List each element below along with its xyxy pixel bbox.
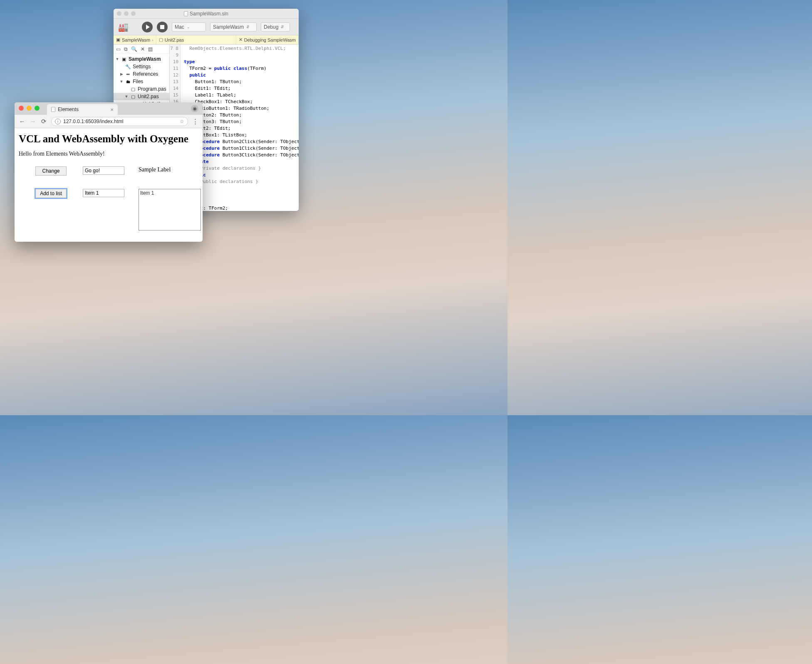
tree-unit2[interactable]: ▼▢Unit2.pas [114, 93, 169, 100]
listbox[interactable]: Item 1 [139, 189, 201, 230]
tree-root[interactable]: ▼▣SampleWasm [114, 55, 169, 63]
sidebar-toolbar: ▭ ⧉ 🔍 ✕ ▤ [114, 45, 169, 54]
window-controls [117, 11, 136, 16]
project-icon: ▣ [121, 57, 127, 62]
profile-icon[interactable]: ◉ [191, 105, 198, 112]
project-select-value: SampleWasm [213, 24, 244, 30]
breadcrumb-bar: ▣ SampleWasm › ▢ Unit2.pas ✕ Debugging S… [114, 35, 299, 45]
wrench-icon: 🔧 [125, 64, 131, 69]
add-to-list-button[interactable]: Add to list [35, 189, 67, 198]
stop-icon [160, 25, 164, 29]
tab-close-icon[interactable]: × [110, 107, 114, 113]
reload-button[interactable]: ⟳ [40, 118, 47, 125]
project-icon: ▣ [116, 37, 120, 42]
platform-select[interactable]: Mac ⌄ [172, 22, 206, 32]
change-button[interactable]: Change [35, 166, 67, 176]
browser-window: Elements × ◉ ← → ⟳ i 127.0.0.1:65039/ind… [15, 102, 203, 242]
menu-icon[interactable]: ⋮ [192, 118, 198, 125]
breadcrumb-file-label: Unit2.pas [165, 37, 184, 42]
tree-program[interactable]: ▢Program.pas [114, 85, 169, 93]
platform-select-value: Mac [175, 24, 184, 30]
forward-button: → [30, 118, 36, 125]
browser-toolbar: ← → ⟳ i 127.0.0.1:65039/index.html ☆ ⋮ [15, 115, 203, 128]
close-icon[interactable] [19, 106, 24, 111]
tree-program-label: Program.pas [138, 86, 166, 92]
file-icon: ▢ [130, 94, 136, 99]
edit2-input[interactable] [83, 189, 124, 197]
list-item[interactable]: Item 1 [140, 190, 199, 196]
file-icon [184, 11, 188, 16]
ide-titlebar: SampleWasm.sln [114, 9, 299, 19]
breadcrumb-project[interactable]: ▣ SampleWasm › [114, 35, 156, 44]
sample-label: Sample Label [139, 166, 201, 173]
chevron-down-icon: ⌄ [187, 25, 190, 29]
minimize-icon[interactable] [124, 11, 129, 16]
tree-references[interactable]: ▶▪▪References [114, 70, 169, 78]
tree-references-label: References [133, 71, 158, 77]
breadcrumb-file[interactable]: ▢ Unit2.pas [156, 35, 236, 44]
bookmark-icon[interactable]: ☆ [180, 119, 184, 124]
build-button[interactable]: 🏭 [118, 22, 129, 32]
tree-settings-label: Settings [133, 64, 151, 69]
tree-files[interactable]: ▼🖿Files [114, 78, 169, 85]
ide-toolbar: 🏭 Mac ⌄ SampleWasm ⇵ Debug ⇵ [114, 19, 299, 35]
debug-status: ✕ Debugging SampleWasm [236, 35, 299, 44]
search-icon[interactable]: 🔍 [131, 46, 137, 52]
debug-icon: ✕ [239, 37, 243, 42]
address-bar[interactable]: i 127.0.0.1:65039/index.html ☆ [51, 117, 188, 126]
info-icon[interactable]: i [55, 119, 61, 124]
config-select-value: Debug [264, 24, 278, 30]
tree-unit2-label: Unit2.pas [138, 94, 159, 99]
chevron-updown-icon: ⇵ [281, 25, 284, 29]
run-button[interactable] [142, 22, 153, 32]
tab-title: Elements [58, 107, 79, 112]
close-icon[interactable] [117, 11, 121, 16]
tree-root-label: SampleWasm [129, 56, 161, 62]
page-heading: VCL and WebAssembly with Oxygene [19, 133, 198, 145]
chevron-updown-icon: ⇵ [246, 25, 250, 29]
tree-settings[interactable]: 🔧Settings [114, 63, 169, 70]
edit1-input[interactable] [83, 166, 124, 175]
play-icon [146, 25, 150, 30]
maximize-icon[interactable] [131, 11, 136, 16]
browser-tab[interactable]: Elements × [47, 104, 118, 115]
panel-icon[interactable]: ▭ [116, 46, 121, 52]
form-grid: Change Sample Label Add to list Item 1 S… [19, 166, 198, 242]
window-title-text: SampleWasm.sln [190, 11, 228, 17]
browser-tabbar: Elements × ◉ [15, 102, 203, 115]
back-button[interactable]: ← [19, 118, 25, 125]
book-icon[interactable]: ▤ [148, 46, 153, 52]
folder-icon: 🖿 [125, 79, 131, 84]
breadcrumb-project-label: SampleWasm [122, 37, 150, 42]
config-select[interactable]: Debug ⇵ [261, 22, 290, 32]
file-icon: ▢ [159, 37, 163, 42]
window-controls [19, 106, 40, 111]
page-content: VCL and WebAssembly with Oxygene Hello f… [15, 128, 203, 242]
page-subheading: Hello from Elements WebAssembly! [19, 151, 198, 157]
stop-button[interactable] [157, 22, 168, 32]
maximize-icon[interactable] [35, 106, 40, 111]
url-text: 127.0.0.1:65039/index.html [63, 119, 124, 124]
debug-status-label: Debugging SampleWasm [244, 37, 296, 42]
diff-icon[interactable]: ✕ [141, 46, 145, 52]
references-icon: ▪▪ [125, 72, 131, 77]
minimize-icon[interactable] [27, 106, 32, 111]
tree-icon[interactable]: ⧉ [124, 46, 128, 52]
tree-files-label: Files [133, 79, 143, 84]
page-icon [51, 107, 55, 112]
project-select[interactable]: SampleWasm ⇵ [210, 22, 257, 32]
factory-icon: 🏭 [118, 22, 129, 32]
window-title: SampleWasm.sln [184, 11, 228, 17]
file-icon: ▢ [130, 87, 136, 92]
